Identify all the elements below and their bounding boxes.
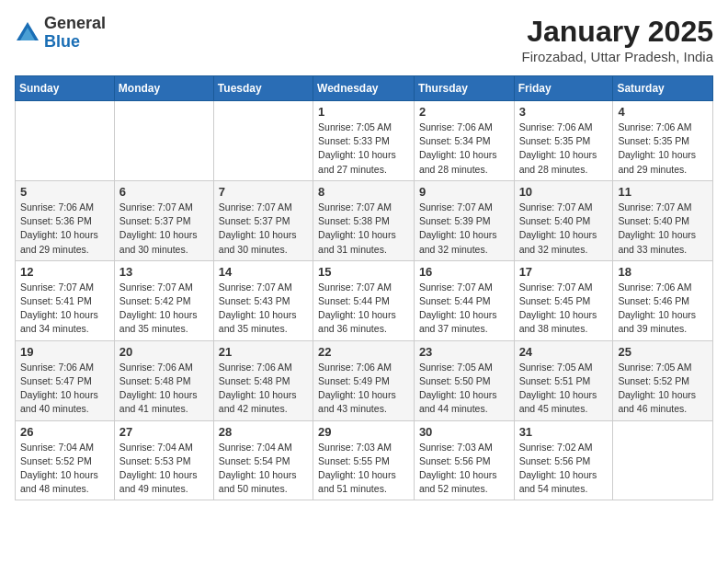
month-title: January 2025 bbox=[522, 15, 713, 49]
table-row: 4Sunrise: 7:06 AM Sunset: 5:35 PM Daylig… bbox=[613, 101, 713, 181]
day-number: 2 bbox=[419, 105, 509, 119]
day-number: 28 bbox=[219, 425, 308, 439]
table-row: 19Sunrise: 7:06 AM Sunset: 5:47 PM Dayli… bbox=[16, 340, 115, 420]
day-number: 3 bbox=[519, 105, 609, 119]
day-info: Sunrise: 7:04 AM Sunset: 5:52 PM Dayligh… bbox=[20, 441, 109, 497]
table-row: 18Sunrise: 7:06 AM Sunset: 5:46 PM Dayli… bbox=[613, 260, 713, 340]
table-row: 13Sunrise: 7:07 AM Sunset: 5:42 PM Dayli… bbox=[114, 260, 213, 340]
day-info: Sunrise: 7:07 AM Sunset: 5:44 PM Dayligh… bbox=[318, 281, 409, 337]
table-row: 10Sunrise: 7:07 AM Sunset: 5:40 PM Dayli… bbox=[514, 180, 613, 260]
table-row bbox=[613, 420, 713, 500]
col-monday: Monday bbox=[114, 76, 213, 101]
col-friday: Friday bbox=[514, 76, 613, 101]
day-info: Sunrise: 7:05 AM Sunset: 5:33 PM Dayligh… bbox=[318, 121, 409, 177]
table-row: 30Sunrise: 7:03 AM Sunset: 5:56 PM Dayli… bbox=[414, 420, 514, 500]
table-row: 11Sunrise: 7:07 AM Sunset: 5:40 PM Dayli… bbox=[613, 180, 713, 260]
day-number: 19 bbox=[20, 345, 109, 359]
table-row: 5Sunrise: 7:06 AM Sunset: 5:36 PM Daylig… bbox=[16, 180, 115, 260]
calendar-week-row: 5Sunrise: 7:06 AM Sunset: 5:36 PM Daylig… bbox=[16, 180, 713, 260]
day-number: 14 bbox=[219, 265, 308, 279]
day-number: 27 bbox=[119, 425, 209, 439]
day-number: 18 bbox=[618, 265, 708, 279]
day-number: 8 bbox=[318, 185, 409, 199]
table-row: 25Sunrise: 7:05 AM Sunset: 5:52 PM Dayli… bbox=[613, 340, 713, 420]
day-info: Sunrise: 7:04 AM Sunset: 5:53 PM Dayligh… bbox=[119, 441, 209, 497]
day-info: Sunrise: 7:05 AM Sunset: 5:50 PM Dayligh… bbox=[419, 361, 509, 417]
calendar-body: 1Sunrise: 7:05 AM Sunset: 5:33 PM Daylig… bbox=[16, 101, 713, 500]
table-row: 7Sunrise: 7:07 AM Sunset: 5:37 PM Daylig… bbox=[213, 180, 313, 260]
table-row: 29Sunrise: 7:03 AM Sunset: 5:55 PM Dayli… bbox=[313, 420, 415, 500]
day-info: Sunrise: 7:02 AM Sunset: 5:56 PM Dayligh… bbox=[519, 441, 609, 497]
day-info: Sunrise: 7:06 AM Sunset: 5:34 PM Dayligh… bbox=[419, 121, 509, 177]
day-info: Sunrise: 7:07 AM Sunset: 5:42 PM Dayligh… bbox=[119, 281, 209, 337]
day-number: 1 bbox=[318, 105, 409, 119]
day-info: Sunrise: 7:07 AM Sunset: 5:45 PM Dayligh… bbox=[519, 281, 609, 337]
day-number: 9 bbox=[419, 185, 509, 199]
table-row: 15Sunrise: 7:07 AM Sunset: 5:44 PM Dayli… bbox=[313, 260, 415, 340]
day-info: Sunrise: 7:06 AM Sunset: 5:35 PM Dayligh… bbox=[618, 121, 708, 177]
day-number: 25 bbox=[618, 345, 708, 359]
table-row: 22Sunrise: 7:06 AM Sunset: 5:49 PM Dayli… bbox=[313, 340, 415, 420]
day-number: 23 bbox=[419, 345, 509, 359]
day-number: 20 bbox=[119, 345, 209, 359]
day-info: Sunrise: 7:07 AM Sunset: 5:37 PM Dayligh… bbox=[219, 201, 308, 257]
col-sunday: Sunday bbox=[16, 76, 115, 101]
day-info: Sunrise: 7:05 AM Sunset: 5:51 PM Dayligh… bbox=[519, 361, 609, 417]
day-info: Sunrise: 7:06 AM Sunset: 5:48 PM Dayligh… bbox=[219, 361, 308, 417]
day-number: 11 bbox=[618, 185, 708, 199]
table-row: 23Sunrise: 7:05 AM Sunset: 5:50 PM Dayli… bbox=[414, 340, 514, 420]
col-saturday: Saturday bbox=[613, 76, 713, 101]
table-row: 21Sunrise: 7:06 AM Sunset: 5:48 PM Dayli… bbox=[213, 340, 313, 420]
title-block: January 2025 Firozabad, Uttar Pradesh, I… bbox=[522, 15, 713, 64]
day-info: Sunrise: 7:07 AM Sunset: 5:44 PM Dayligh… bbox=[419, 281, 509, 337]
day-info: Sunrise: 7:07 AM Sunset: 5:41 PM Dayligh… bbox=[20, 281, 109, 337]
day-info: Sunrise: 7:07 AM Sunset: 5:37 PM Dayligh… bbox=[119, 201, 209, 257]
day-number: 4 bbox=[618, 105, 708, 119]
day-info: Sunrise: 7:06 AM Sunset: 5:35 PM Dayligh… bbox=[519, 121, 609, 177]
table-row: 17Sunrise: 7:07 AM Sunset: 5:45 PM Dayli… bbox=[514, 260, 613, 340]
table-row: 14Sunrise: 7:07 AM Sunset: 5:43 PM Dayli… bbox=[213, 260, 313, 340]
page-header: General Blue January 2025 Firozabad, Utt… bbox=[15, 15, 713, 64]
day-info: Sunrise: 7:07 AM Sunset: 5:38 PM Dayligh… bbox=[318, 201, 409, 257]
day-number: 30 bbox=[419, 425, 509, 439]
day-number: 7 bbox=[219, 185, 308, 199]
calendar-week-row: 26Sunrise: 7:04 AM Sunset: 5:52 PM Dayli… bbox=[16, 420, 713, 500]
day-number: 13 bbox=[119, 265, 209, 279]
day-info: Sunrise: 7:06 AM Sunset: 5:47 PM Dayligh… bbox=[20, 361, 109, 417]
table-row: 27Sunrise: 7:04 AM Sunset: 5:53 PM Dayli… bbox=[114, 420, 213, 500]
calendar-week-row: 1Sunrise: 7:05 AM Sunset: 5:33 PM Daylig… bbox=[16, 101, 713, 181]
table-row: 1Sunrise: 7:05 AM Sunset: 5:33 PM Daylig… bbox=[313, 101, 415, 181]
location: Firozabad, Uttar Pradesh, India bbox=[522, 49, 713, 64]
day-info: Sunrise: 7:06 AM Sunset: 5:36 PM Dayligh… bbox=[20, 201, 109, 257]
table-row bbox=[16, 101, 115, 181]
logo-general: General bbox=[44, 15, 106, 33]
day-info: Sunrise: 7:03 AM Sunset: 5:55 PM Dayligh… bbox=[318, 441, 409, 497]
day-number: 12 bbox=[20, 265, 109, 279]
col-wednesday: Wednesday bbox=[313, 76, 415, 101]
table-row: 31Sunrise: 7:02 AM Sunset: 5:56 PM Dayli… bbox=[514, 420, 613, 500]
day-number: 26 bbox=[20, 425, 109, 439]
table-row: 8Sunrise: 7:07 AM Sunset: 5:38 PM Daylig… bbox=[313, 180, 415, 260]
day-info: Sunrise: 7:03 AM Sunset: 5:56 PM Dayligh… bbox=[419, 441, 509, 497]
day-info: Sunrise: 7:06 AM Sunset: 5:46 PM Dayligh… bbox=[618, 281, 708, 337]
table-row: 2Sunrise: 7:06 AM Sunset: 5:34 PM Daylig… bbox=[414, 101, 514, 181]
day-info: Sunrise: 7:06 AM Sunset: 5:49 PM Dayligh… bbox=[318, 361, 409, 417]
table-row bbox=[114, 101, 213, 181]
table-row: 3Sunrise: 7:06 AM Sunset: 5:35 PM Daylig… bbox=[514, 101, 613, 181]
day-number: 29 bbox=[318, 425, 409, 439]
day-info: Sunrise: 7:07 AM Sunset: 5:40 PM Dayligh… bbox=[618, 201, 708, 257]
logo-icon bbox=[15, 20, 40, 46]
day-number: 6 bbox=[119, 185, 209, 199]
table-row: 16Sunrise: 7:07 AM Sunset: 5:44 PM Dayli… bbox=[414, 260, 514, 340]
day-number: 31 bbox=[519, 425, 609, 439]
table-row: 20Sunrise: 7:06 AM Sunset: 5:48 PM Dayli… bbox=[114, 340, 213, 420]
table-row: 26Sunrise: 7:04 AM Sunset: 5:52 PM Dayli… bbox=[16, 420, 115, 500]
logo: General Blue bbox=[15, 15, 106, 52]
calendar-week-row: 19Sunrise: 7:06 AM Sunset: 5:47 PM Dayli… bbox=[16, 340, 713, 420]
col-thursday: Thursday bbox=[414, 76, 514, 101]
day-info: Sunrise: 7:07 AM Sunset: 5:39 PM Dayligh… bbox=[419, 201, 509, 257]
table-row: 28Sunrise: 7:04 AM Sunset: 5:54 PM Dayli… bbox=[213, 420, 313, 500]
table-row: 24Sunrise: 7:05 AM Sunset: 5:51 PM Dayli… bbox=[514, 340, 613, 420]
day-number: 15 bbox=[318, 265, 409, 279]
table-row: 12Sunrise: 7:07 AM Sunset: 5:41 PM Dayli… bbox=[16, 260, 115, 340]
